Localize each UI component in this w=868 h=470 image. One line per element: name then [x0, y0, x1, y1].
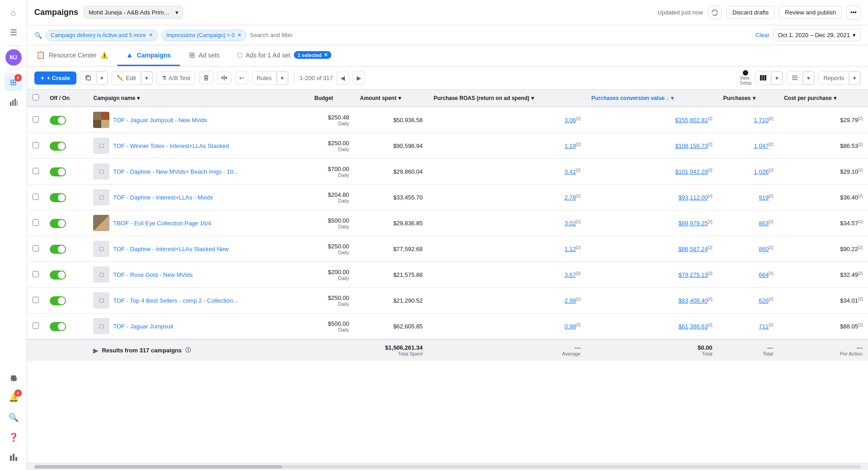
next-page-button[interactable]: ▶ — [353, 71, 365, 85]
tab-campaigns[interactable]: ▲ Campaigns — [117, 45, 180, 66]
col-cost-per[interactable]: Cost per purchase ▾ — [778, 90, 868, 107]
row-roas-value[interactable]: 3.41 — [565, 168, 576, 175]
expand-results-icon[interactable]: ▶ — [93, 347, 98, 354]
row-toggle-cell[interactable] — [44, 262, 88, 288]
nav-search-icon[interactable]: 🔍 — [5, 408, 23, 427]
campaign-toggle-8[interactable] — [50, 296, 66, 305]
bottom-scrollbar[interactable] — [27, 463, 868, 470]
nav-help-icon[interactable]: ❓ — [5, 428, 23, 446]
row-purchases-value[interactable]: 626 — [759, 297, 769, 304]
select-all-header[interactable] — [27, 90, 44, 107]
account-selector[interactable]: Mohit Juneja - A&B Ads Primary Acco... ▾ — [84, 6, 183, 19]
rules-dropdown-button[interactable]: ▾ — [277, 71, 288, 85]
row-toggle-cell[interactable] — [44, 159, 88, 185]
columns-view-button[interactable] — [755, 71, 771, 85]
edit-dropdown-button[interactable]: ▾ — [141, 71, 152, 85]
prev-page-button[interactable]: ◀ — [336, 71, 349, 85]
move-button[interactable] — [217, 71, 231, 84]
row-checkbox-1[interactable] — [33, 116, 39, 123]
campaign-name-link[interactable]: TOF - Jaguar Jumpsuit - New Mvids — [113, 117, 207, 123]
campaign-name-link[interactable]: TOF - Daphne - Interest+LLAs - Mvids — [113, 194, 212, 201]
campaign-name-link[interactable]: TOF - Winner Totes - Interest+LLAs Stack… — [113, 142, 229, 149]
row-roas-value[interactable]: 1.12 — [565, 246, 576, 252]
campaign-toggle-6[interactable] — [50, 245, 66, 254]
row-roas-value[interactable]: 1.19 — [565, 142, 576, 149]
row-toggle-cell[interactable] — [44, 210, 88, 236]
campaign-name-link[interactable]: TOF - Daphne - New MVids+ Beach Imgs - 1… — [113, 168, 238, 175]
campaign-toggle-4[interactable] — [50, 193, 66, 202]
row-checkbox-cell[interactable] — [27, 133, 44, 159]
breakdown-dropdown[interactable]: ▾ — [803, 71, 814, 85]
row-checkbox-cell[interactable] — [27, 236, 44, 262]
row-purchases-cv-value[interactable]: $89,979.25 — [679, 220, 708, 227]
horizontal-scroll-thumb[interactable] — [34, 465, 282, 469]
tab-adsets[interactable]: ⊞ Ad sets — [180, 45, 229, 66]
delete-button[interactable] — [199, 71, 213, 84]
select-all-checkbox[interactable] — [33, 94, 39, 100]
ab-test-button[interactable]: ⚗ A/B Test — [156, 71, 195, 85]
row-purchases-cv-value[interactable]: $79,275.13 — [679, 271, 708, 278]
filter-tag-2-close-icon[interactable]: ✕ — [237, 32, 241, 38]
col-purchases[interactable]: Purchases ▾ — [718, 90, 778, 107]
nav-menu-icon[interactable]: ☰ — [5, 24, 23, 42]
edit-button[interactable]: ✏️ Edit — [112, 71, 141, 85]
row-checkbox-cell[interactable] — [27, 210, 44, 236]
create-button[interactable]: + + Create — [34, 71, 76, 85]
row-toggle-cell[interactable] — [44, 185, 88, 210]
row-roas-value[interactable]: 0.98 — [565, 323, 576, 330]
row-purchases-cv-value[interactable]: $101,942.28 — [675, 168, 708, 175]
row-purchases-cv-value[interactable]: $86,587.24 — [679, 246, 708, 252]
campaign-toggle-9[interactable] — [50, 322, 66, 331]
breakdown-button[interactable] — [787, 71, 803, 85]
filter-tag-2[interactable]: Impressions (Campaign) > 0 ✕ — [161, 30, 246, 41]
row-roas-value[interactable]: 2.98 — [565, 297, 576, 304]
col-name[interactable]: Campaign name ▾ — [88, 90, 309, 107]
campaign-toggle-5[interactable] — [50, 219, 66, 228]
search-filter-input[interactable] — [250, 32, 752, 38]
row-roas-value[interactable]: 3.02 — [565, 220, 576, 227]
row-checkbox-cell[interactable] — [27, 288, 44, 313]
copy-dropdown-button[interactable]: ▾ — [96, 71, 108, 85]
footer-info-icon[interactable]: ⓘ — [185, 347, 191, 354]
row-checkbox-6[interactable] — [33, 245, 39, 252]
badge-close-icon[interactable]: ✕ — [324, 52, 328, 58]
row-purchases-value[interactable]: 863 — [759, 220, 769, 227]
row-purchases-value[interactable]: 711 — [759, 323, 769, 330]
campaign-name-link[interactable]: TOF - Daphne - Interest+LLAs Stacked New — [113, 246, 228, 252]
tab-resource-center[interactable]: 📋 Resource Center ⚠️ — [27, 45, 117, 66]
row-checkbox-7[interactable] — [33, 271, 39, 277]
row-checkbox-cell[interactable] — [27, 107, 44, 133]
row-purchases-cv-value[interactable]: $63,408.40 — [679, 297, 708, 304]
row-checkbox-cell[interactable] — [27, 313, 44, 340]
row-checkbox-2[interactable] — [33, 142, 39, 148]
row-checkbox-4[interactable] — [33, 194, 39, 200]
row-checkbox-cell[interactable] — [27, 185, 44, 210]
filter-tag-1-close-icon[interactable]: ✕ — [149, 32, 153, 38]
campaign-toggle-1[interactable] — [50, 116, 66, 125]
campaign-name-link[interactable]: TOF - Jaguar Jumpsuit — [113, 323, 173, 330]
row-toggle-cell[interactable] — [44, 107, 88, 133]
campaign-name-link[interactable]: TBOF - Evil Eye Collection Page 16/4 — [113, 220, 211, 227]
nav-grid-icon[interactable]: ⊞ 3 — [5, 73, 23, 91]
row-roas-value[interactable]: 3.06 — [565, 117, 576, 123]
col-purchases-cv[interactable]: Purchases conversion value ↓ ▾ — [586, 90, 718, 107]
row-purchases-value[interactable]: 1,026 — [754, 168, 769, 175]
row-purchases-value[interactable]: 919 — [759, 194, 769, 201]
clear-filters-button[interactable]: Clear — [755, 32, 769, 38]
view-setup-button[interactable]: ViewSetup — [740, 70, 751, 85]
tab-ads[interactable]: □ Ads for 1 Ad set 1 selected ✕ — [229, 45, 340, 66]
row-toggle-cell[interactable] — [44, 133, 88, 159]
row-checkbox-9[interactable] — [33, 323, 39, 329]
filter-tag-1[interactable]: Campaign delivery is Active and 5 more ✕ — [46, 30, 158, 41]
row-purchases-cv-value[interactable]: $61,386.63 — [679, 323, 708, 330]
reports-button[interactable]: Reports — [819, 71, 849, 85]
columns-view-dropdown[interactable]: ▾ — [771, 71, 783, 85]
row-roas-value[interactable]: 2.78 — [565, 194, 576, 201]
campaign-toggle-2[interactable] — [50, 142, 66, 151]
row-checkbox-3[interactable] — [33, 168, 39, 174]
nav-analytics-icon[interactable] — [5, 448, 23, 466]
horizontal-scroll-track[interactable] — [34, 465, 861, 469]
nav-chart-icon[interactable] — [5, 93, 23, 111]
row-toggle-cell[interactable] — [44, 288, 88, 313]
nav-home-icon[interactable]: ⌂ — [5, 4, 23, 22]
